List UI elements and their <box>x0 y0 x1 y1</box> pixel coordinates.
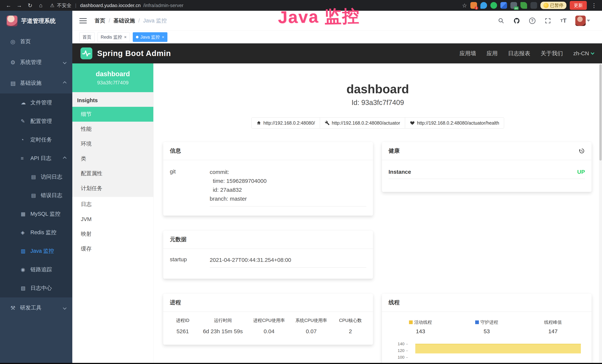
health-card: 健康 Instance UP <box>382 142 592 192</box>
user-menu[interactable] <box>575 16 590 26</box>
chevron-down-icon <box>63 306 66 310</box>
sidebar-item-error-logs[interactable]: ▤ 错误日志 <box>0 186 72 205</box>
tab-redis-monitor[interactable]: Redis 监控 × <box>97 32 130 42</box>
forward-icon[interactable]: → <box>15 1 24 10</box>
sidebar-item-label: 定时任务 <box>30 136 52 143</box>
sidebar-item-file-mgmt[interactable]: ☁ 文件管理 <box>0 94 72 112</box>
sidebar-item-redis-monitor[interactable]: ◈ Redis 监控 <box>0 223 72 242</box>
sidebar-item-label: 链路追踪 <box>30 266 52 273</box>
reload-icon[interactable]: ↻ <box>26 1 34 10</box>
font-size-icon[interactable]: TT <box>560 17 567 24</box>
sba-item-caches[interactable]: 缓存 <box>72 241 153 256</box>
extension-icon-leaf[interactable] <box>520 2 527 9</box>
extension-icon-drop[interactable] <box>480 2 487 9</box>
breadcrumb-infra[interactable]: 基础设施 <box>113 17 135 24</box>
help-icon[interactable]: ? <box>528 17 536 24</box>
scrollbar-track[interactable] <box>599 64 602 364</box>
sba-item-metrics[interactable]: 性能 <box>72 122 153 137</box>
breadcrumb-home[interactable]: 首页 <box>95 17 105 24</box>
info-line: time: 1596289704000 <box>210 177 366 185</box>
address-bar[interactable]: ⚠ 不安全 | dashboard.yudao.iocoder.cn/infra… <box>50 2 183 9</box>
search-icon[interactable] <box>497 17 505 24</box>
sba-item-classes[interactable]: 类 <box>72 151 153 166</box>
sidebar-item-label: 系统管理 <box>20 59 64 66</box>
close-icon[interactable]: × <box>124 34 127 40</box>
screen: ← → ↻ ⌂ ⚠ 不安全 | dashboard.yudao.iocoder.… <box>0 0 602 364</box>
scrollbar-thumb[interactable] <box>599 64 602 161</box>
sidebar-item-mysql-monitor[interactable]: ▦ MySQL 监控 <box>0 205 72 223</box>
legend-value: 143 <box>387 328 454 334</box>
process-col-header: 运行时间 <box>198 317 248 328</box>
security-label[interactable]: 不安全 <box>57 2 71 9</box>
threads-chart: 140 120 100 <box>387 341 586 364</box>
sba-nav-about[interactable]: 关于我们 <box>541 50 563 57</box>
sba-item-logs[interactable]: 日志 <box>72 197 153 212</box>
sba-item-jvm[interactable]: JVM <box>72 212 153 227</box>
extension-icon-orange[interactable]: 1 <box>470 2 477 9</box>
sidebar-item-infra[interactable]: ▤ 基础设施 <box>0 73 72 94</box>
github-icon[interactable] <box>513 17 520 24</box>
home-icon[interactable]: ⌂ <box>36 1 45 10</box>
sba-item-environment[interactable]: 环境 <box>72 137 153 151</box>
avatar[interactable] <box>575 16 586 26</box>
window-edge <box>0 363 602 364</box>
sba-item-scheduled-tasks[interactable]: 计划任务 <box>72 181 153 196</box>
browser-menu-icon[interactable]: ⋮ <box>590 2 598 9</box>
close-icon[interactable]: × <box>162 34 164 40</box>
bookmark-star-icon[interactable]: ☆ <box>462 2 467 9</box>
url-path[interactable]: /infra/admin-server <box>143 3 183 8</box>
service-url-button[interactable]: http://192.168.0.2:48080/ <box>251 117 320 128</box>
app-logo[interactable]: 芋道管理系统 <box>0 11 72 31</box>
sidebar-item-tracing[interactable]: ◉ 链路追踪 <box>0 260 72 279</box>
history-icon[interactable] <box>579 148 585 154</box>
sidebar-item-dev-tools[interactable]: ⚒ 研发工具 <box>0 298 72 318</box>
url-domain[interactable]: dashboard.yudao.iocoder.cn <box>80 3 141 8</box>
sidebar-item-access-logs[interactable]: ▤ 访问日志 <box>0 168 72 186</box>
sba-nav-applications[interactable]: 应用 <box>486 50 498 57</box>
extension-icon-grid[interactable] <box>500 2 507 9</box>
health-url-label: http://192.168.0.2:48080/actuator/health <box>417 120 499 126</box>
extension-badge-count: 1 <box>475 6 478 10</box>
locale-label: zh-CN <box>573 50 589 57</box>
sba-item-details[interactable]: 细节 <box>72 107 153 122</box>
extension-icon-green-circle[interactable] <box>490 2 497 9</box>
process-pid: 5261 <box>168 328 198 334</box>
process-col-header: 系统CPU使用率 <box>290 317 333 328</box>
sba-nav-journal[interactable]: 日志报表 <box>508 50 530 57</box>
sidebar-item-scheduled-jobs[interactable]: ◔ 定时任务 <box>0 130 72 149</box>
health-url-button[interactable]: http://192.168.0.2:48080/actuator/health <box>405 117 504 128</box>
wrench-icon <box>325 120 330 125</box>
sba-nav-wallboard[interactable]: 应用墙 <box>459 50 476 57</box>
tab-home[interactable]: 首页 <box>79 32 95 42</box>
browser-chrome: ← → ↻ ⌂ ⚠ 不安全 | dashboard.yudao.iocoder.… <box>0 0 602 11</box>
legend-live-threads: 活动线程 143 <box>387 319 454 334</box>
instance-header[interactable]: dashboard 93a3fc7f7409 <box>72 64 153 92</box>
legend-daemon-threads: 守护进程 53 <box>454 319 520 334</box>
sidebar-item-log-center[interactable]: ▧ 日志中心 <box>0 279 72 298</box>
back-icon[interactable]: ← <box>4 1 13 10</box>
sba-brand-title[interactable]: Spring Boot Admin <box>97 49 171 58</box>
sba-nav: 应用墙 应用 日志报表 关于我们 zh-CN <box>459 50 594 57</box>
address-divider: | <box>75 3 76 8</box>
sba-item-config-props[interactable]: 配置属性 <box>72 166 153 181</box>
sba-item-mappings[interactable]: 映射 <box>72 227 153 241</box>
browser-update-button[interactable]: 更新 <box>570 1 587 10</box>
extension-icon-puzzle[interactable] <box>530 2 537 9</box>
sidebar-item-java-monitor[interactable]: ▥ Java 监控 <box>0 242 72 260</box>
insights-label: Insights <box>72 92 153 107</box>
sidebar-item-config-mgmt[interactable]: ✎ 配置管理 <box>0 112 72 130</box>
paused-badge[interactable]: 已暂停 <box>540 2 566 9</box>
process-col-header: 进程CPU使用率 <box>248 317 290 328</box>
sba-logo-icon[interactable] <box>80 47 92 59</box>
caret-down-icon <box>587 20 590 22</box>
browser-actions: ☆ 1 on 已暂停 更新 ⋮ <box>462 1 598 10</box>
sidebar-item-system[interactable]: ⚙ 系统管理 <box>0 52 72 73</box>
sidebar-item-api-logs[interactable]: ≡ API 日志 <box>0 149 72 168</box>
actuator-url-button[interactable]: http://192.168.0.2:48080/actuator <box>320 117 405 128</box>
fullscreen-icon[interactable] <box>544 17 552 24</box>
extension-icon-switch[interactable]: on <box>510 2 517 9</box>
tab-java-monitor[interactable]: Java 监控 × <box>133 32 167 42</box>
locale-selector[interactable]: zh-CN <box>573 50 594 57</box>
sidebar-item-home[interactable]: ◎ 首页 <box>0 31 72 52</box>
hamburger-icon[interactable] <box>79 18 87 23</box>
